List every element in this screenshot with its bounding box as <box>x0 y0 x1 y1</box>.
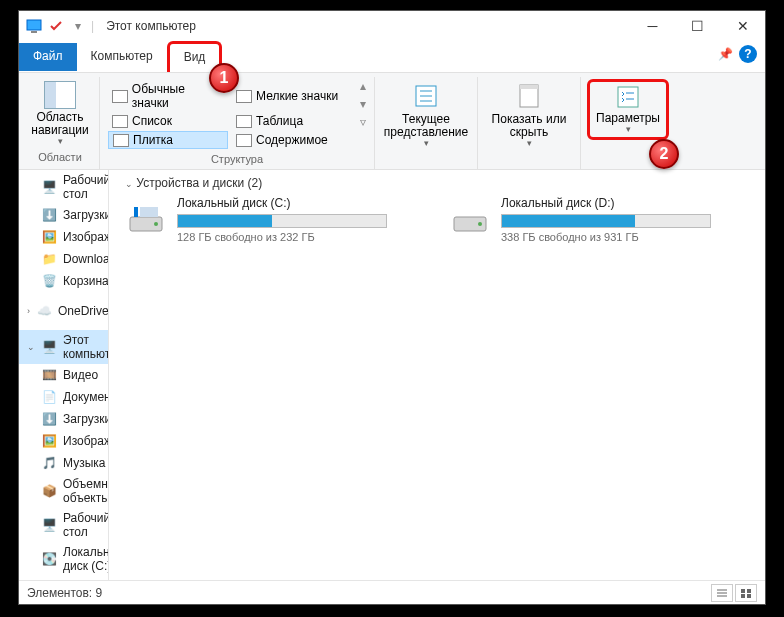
layout-tiles[interactable]: Плитка <box>108 131 228 149</box>
video-icon: 🎞️ <box>41 367 57 383</box>
maximize-button[interactable]: ☐ <box>675 11 720 41</box>
pc-icon: 🖥️ <box>41 339 57 355</box>
desktop-icon: 🖥️ <box>41 179 57 195</box>
view-details-button[interactable] <box>711 584 733 602</box>
sidebar-item-pictures2[interactable]: 🖼️Изображения <box>19 430 108 452</box>
sidebar-item-pictures[interactable]: 🖼️Изображения📌 <box>19 226 108 248</box>
options-button[interactable]: Параметры ▾ <box>587 79 669 140</box>
title-bar: ▾ | Этот компьютер ─ ☐ ✕ <box>19 11 765 41</box>
svg-rect-21 <box>747 589 751 593</box>
layout-scroll-up-icon[interactable]: ▴ <box>360 79 366 93</box>
svg-rect-7 <box>520 85 538 89</box>
ribbon-tabs: Файл Компьютер Вид 1 📌 ? <box>19 41 765 73</box>
layout-content[interactable]: Содержимое <box>232 131 352 149</box>
svg-rect-8 <box>618 87 638 107</box>
sidebar-item-this-pc[interactable]: ⌄🖥️Этот компьютер <box>19 330 108 364</box>
sidebar-item-documents[interactable]: 📄Документы <box>19 386 108 408</box>
svg-point-14 <box>154 222 158 226</box>
sidebar-item-desktop2[interactable]: 🖥️Рабочий стол <box>19 508 108 542</box>
status-items: Элементов: 9 <box>27 586 102 600</box>
drive-c-sub: 128 ГБ свободно из 232 ГБ <box>177 231 425 243</box>
callout-1: 1 <box>209 63 239 93</box>
drive-c-bar <box>177 214 387 228</box>
window-title: Этот компьютер <box>106 19 196 33</box>
layout-small-icons[interactable]: Мелкие значки <box>232 81 352 111</box>
sidebar-item-downloads2[interactable]: 📁Downloads📌 <box>19 248 108 270</box>
content-pane: ⌄ Устройства и диски (2) Локальный диск … <box>109 170 765 580</box>
disk-icon <box>449 196 491 238</box>
drive-c[interactable]: Локальный диск (C:) 128 ГБ свободно из 2… <box>125 196 425 243</box>
sidebar-item-recycle[interactable]: 🗑️Корзина📌 <box>19 270 108 292</box>
svg-rect-22 <box>741 594 745 598</box>
sidebar-item-videos[interactable]: 🎞️Видео <box>19 364 108 386</box>
drive-d[interactable]: Локальный диск (D:) 338 ГБ свободно из 9… <box>449 196 749 243</box>
nav-pane-label: Область навигации <box>29 111 91 137</box>
documents-icon: 📄 <box>41 389 57 405</box>
view-icons-button[interactable] <box>735 584 757 602</box>
navigation-pane-button[interactable]: Область навигации ▾ <box>27 79 93 149</box>
sidebar-item-desktop[interactable]: 🖥️Рабочий стол📌 <box>19 170 108 204</box>
disk-icon: 💽 <box>41 551 57 567</box>
pictures-icon: 🖼️ <box>41 229 57 245</box>
drive-d-sub: 338 ГБ свободно из 931 ГБ <box>501 231 749 243</box>
sidebar-item-downloads3[interactable]: ⬇️Загрузки <box>19 408 108 430</box>
help-icon[interactable]: ? <box>739 45 757 63</box>
downloads-icon: ⬇️ <box>41 207 57 223</box>
tab-computer[interactable]: Компьютер <box>77 43 167 71</box>
sidebar-item-3d[interactable]: 📦Объемные объекты <box>19 474 108 508</box>
onedrive-icon: ☁️ <box>36 303 52 319</box>
drive-c-name: Локальный диск (C:) <box>177 196 425 210</box>
pin-ribbon-icon[interactable]: 📌 <box>718 47 733 61</box>
svg-point-16 <box>478 222 482 226</box>
status-bar: Элементов: 9 <box>19 580 765 604</box>
group-layout-label: Структура <box>211 153 263 167</box>
current-view-button[interactable]: Текущее представление▾ <box>381 79 471 151</box>
cube-icon: 📦 <box>41 483 57 499</box>
sidebar-item-music[interactable]: 🎵Музыка <box>19 452 108 474</box>
minimize-button[interactable]: ─ <box>630 11 675 41</box>
explorer-window: ▾ | Этот компьютер ─ ☐ ✕ Файл Компьютер … <box>18 10 766 605</box>
layout-list[interactable]: Список <box>108 113 228 129</box>
layout-table[interactable]: Таблица <box>232 113 352 129</box>
layout-scroll-down-icon[interactable]: ▾ <box>360 97 366 111</box>
tab-file[interactable]: Файл <box>19 43 77 71</box>
drive-d-bar <box>501 214 711 228</box>
svg-rect-20 <box>741 589 745 593</box>
section-header[interactable]: ⌄ Устройства и диски (2) <box>125 174 749 196</box>
qat-overflow-icon[interactable]: ▾ <box>69 17 87 35</box>
desktop-icon: 🖥️ <box>41 517 57 533</box>
sidebar-item-downloads[interactable]: ⬇️Загрузки📌 <box>19 204 108 226</box>
pictures-icon: 🖼️ <box>41 433 57 449</box>
svg-rect-12 <box>134 207 138 217</box>
downloads-icon: ⬇️ <box>41 411 57 427</box>
sidebar-item-disk-c[interactable]: 💽Локальный диск (C:) <box>19 542 108 576</box>
drive-d-name: Локальный диск (D:) <box>501 196 749 210</box>
recycle-icon: 🗑️ <box>41 273 57 289</box>
svg-rect-1 <box>31 31 37 33</box>
callout-2: 2 <box>649 139 679 169</box>
group-areas-label: Области <box>38 151 82 165</box>
show-hide-button[interactable]: Показать или скрыть▾ <box>484 79 574 151</box>
ribbon: Область навигации ▾ Области Обычные знач… <box>19 73 765 170</box>
pc-icon <box>25 17 43 35</box>
svg-rect-23 <box>747 594 751 598</box>
layout-expand-icon[interactable]: ▿ <box>360 115 366 129</box>
sidebar-item-onedrive[interactable]: ›☁️OneDrive <box>19 300 108 322</box>
layout-medium-icons[interactable]: Обычные значки <box>108 81 228 111</box>
folder-icon: 📁 <box>41 251 57 267</box>
disk-icon <box>125 196 167 238</box>
music-icon: 🎵 <box>41 455 57 471</box>
svg-rect-0 <box>27 20 41 30</box>
close-button[interactable]: ✕ <box>720 11 765 41</box>
svg-rect-13 <box>140 207 158 217</box>
check-icon <box>47 17 65 35</box>
navigation-sidebar: 🖥️Рабочий стол📌 ⬇️Загрузки📌 🖼️Изображени… <box>19 170 109 580</box>
